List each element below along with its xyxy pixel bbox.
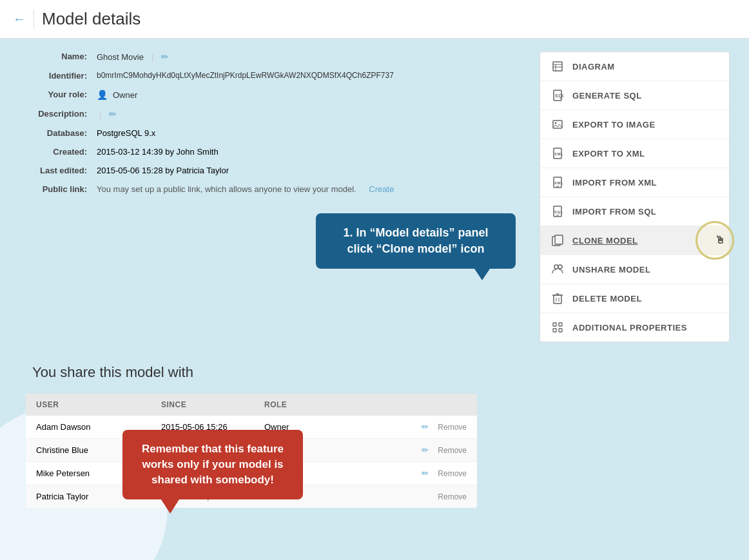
last-edited-row: Last edited: 2015-05-06 15:28 by Patrici…	[19, 166, 527, 175]
row-edit-icon[interactable]: ✏	[422, 422, 429, 432]
name-row: Name: Ghost Movie | ✏	[19, 52, 527, 62]
sidebar-item-clone-model[interactable]: CLONE MODEL 🖱	[540, 226, 729, 255]
svg-text:SQL: SQL	[555, 93, 563, 99]
created-value: 2015-03-12 14:39 by John Smith	[97, 147, 219, 157]
unshare-model-icon	[550, 262, 565, 276]
sidebar-item-delete-model[interactable]: DELETE MODEL	[540, 284, 729, 313]
svg-text:SQL: SQL	[554, 210, 563, 214]
svg-point-16	[554, 265, 558, 269]
generate-sql-icon: SQL	[550, 88, 565, 102]
svg-rect-15	[555, 235, 563, 244]
sidebar-item-additional-properties-label: ADDITIONAL PROPERTIES	[572, 323, 687, 333]
database-value: PostgreSQL 9.x	[97, 128, 155, 138]
sidebar-item-unshare-model[interactable]: UNSHARE MODEL	[540, 255, 729, 284]
name-value: Ghost Movie	[97, 52, 144, 62]
user-icon: 👤	[97, 90, 108, 100]
sidebar-item-diagram[interactable]: DIAGRAM	[540, 52, 729, 81]
clone-model-icon	[550, 233, 565, 247]
sidebar-item-delete-model-label: DELETE MODEL	[572, 294, 642, 304]
sidebar-item-import-sql[interactable]: SQL IMPORT FROM SQL	[540, 197, 729, 226]
description-row: Description: | ✏	[19, 109, 527, 119]
remove-button[interactable]: Remove	[438, 469, 467, 478]
sidebar-item-diagram-label: DIAGRAM	[572, 62, 615, 72]
remove-button[interactable]: Remove	[438, 446, 467, 455]
create-link[interactable]: Create	[369, 184, 394, 194]
model-details-panel: Name: Ghost Movie | ✏ Identifier: b0mrIm…	[19, 52, 527, 351]
sidebar-item-generate-sql-label: GENERATE SQL	[572, 91, 642, 101]
sidebar-item-additional-properties[interactable]: ADDITIONAL PROPERTIES	[540, 313, 729, 342]
table-header: USER SINCE ROLE	[26, 394, 477, 416]
sidebar-item-import-xml-label: IMPORT FROM XML	[572, 178, 657, 188]
row-edit-icon[interactable]: ✏	[422, 468, 429, 478]
svg-rect-25	[553, 329, 556, 332]
page-title: Model details	[42, 9, 141, 29]
description-label: Description:	[19, 109, 97, 119]
description-edit-icon[interactable]: ✏	[109, 109, 117, 119]
sidebar-item-export-xml-label: EXPORT TO XML	[572, 149, 645, 159]
role-value: Owner	[113, 90, 137, 100]
diagram-icon	[550, 59, 565, 73]
identifier-label: Identifier:	[19, 71, 97, 81]
back-button[interactable]: ←	[13, 12, 26, 26]
delete-model-icon	[550, 291, 565, 305]
svg-point-17	[558, 265, 562, 269]
sidebar-item-export-image-label: EXPORT TO IMAGE	[572, 120, 656, 130]
database-label: Database:	[19, 128, 97, 138]
public-link-text: You may set up a public link, which allo…	[97, 184, 356, 194]
remove-button[interactable]: Remove	[438, 492, 467, 501]
sidebar-item-export-xml[interactable]: XML EXPORT TO XML	[540, 139, 729, 168]
svg-point-7	[555, 122, 557, 124]
tooltip-red-text: Remember that this feature works only if…	[142, 443, 284, 486]
name-edit-icon[interactable]: ✏	[161, 52, 169, 62]
created-row: Created: 2015-03-12 14:39 by John Smith	[19, 147, 527, 157]
role-row: Your role: 👤 Owner	[19, 90, 527, 100]
col-header-user: USER	[36, 400, 161, 409]
row-edit-icon[interactable]: ✏	[422, 445, 429, 455]
name-label: Name:	[19, 52, 97, 61]
import-sql-icon: SQL	[550, 204, 565, 218]
created-label: Created:	[19, 147, 97, 157]
last-edited-value: 2015-05-06 15:28 by Patricia Taylor	[97, 166, 229, 175]
svg-rect-0	[553, 62, 562, 71]
export-image-icon	[550, 117, 565, 131]
last-edited-label: Last edited:	[19, 166, 97, 175]
public-link-row: Public link: You may set up a public lin…	[19, 184, 527, 194]
col-header-since: SINCE	[161, 400, 264, 409]
svg-rect-26	[559, 329, 562, 332]
page-header: ← Model details	[0, 0, 749, 39]
sidebar-item-generate-sql[interactable]: SQL GENERATE SQL	[540, 81, 729, 110]
sidebar-item-clone-model-label: CLONE MODEL	[572, 236, 638, 246]
svg-rect-18	[554, 295, 561, 304]
public-link-label: Public link:	[19, 184, 97, 194]
svg-rect-24	[559, 323, 562, 326]
sidebar-item-export-image[interactable]: EXPORT TO IMAGE	[540, 110, 729, 139]
tooltip-blue: 1. In “Model details” panel click “Clone…	[316, 213, 516, 269]
import-xml-icon: XML	[550, 175, 565, 189]
svg-text:XML: XML	[554, 152, 563, 156]
tooltip-blue-text: 1. In “Model details” panel click “Clone…	[343, 226, 488, 255]
role-label: Your role:	[19, 90, 97, 99]
sharing-title: You share this model with	[19, 364, 730, 381]
action-sidebar: DIAGRAM SQL GENERATE SQL EXPORT TO IMAGE	[540, 52, 730, 342]
sidebar-item-import-xml[interactable]: XML IMPORT FROM XML	[540, 168, 729, 197]
tooltip-red: Remember that this feature works only if…	[122, 430, 303, 499]
identifier-value: b0mrImC9MohdyHKd0qLtXyMecZtInjPKrdpLEwRW…	[97, 71, 394, 80]
sidebar-item-import-sql-label: IMPORT FROM SQL	[572, 207, 656, 217]
remove-button[interactable]: Remove	[438, 423, 467, 432]
identifier-row: Identifier: b0mrImC9MohdyHKd0qLtXyMecZtI…	[19, 71, 527, 81]
sidebar-item-unshare-model-label: UNSHARE MODEL	[572, 265, 650, 275]
svg-text:XML: XML	[554, 181, 563, 185]
col-header-actions	[342, 400, 467, 409]
additional-properties-icon	[550, 320, 565, 334]
export-xml-icon: XML	[550, 146, 565, 160]
col-header-role: ROLE	[264, 400, 342, 409]
svg-rect-23	[553, 323, 556, 326]
database-row: Database: PostgreSQL 9.x	[19, 128, 527, 138]
